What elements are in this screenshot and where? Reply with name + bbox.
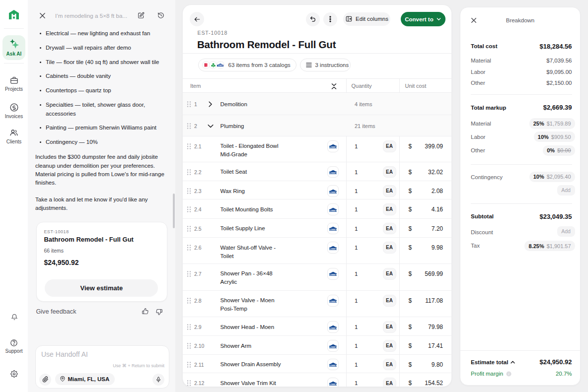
svg-text:LOWE'S: LOWE'S (329, 209, 337, 211)
svg-text:LOWE'S: LOWE'S (329, 228, 337, 231)
svg-text:LOWE'S: LOWE'S (329, 172, 337, 174)
svg-text:LOWE'S: LOWE'S (329, 364, 337, 367)
svg-text:LOWE'S: LOWE'S (329, 345, 337, 348)
svg-text:LOWE'S: LOWE'S (218, 65, 223, 66)
svg-text:LOWE'S: LOWE'S (329, 247, 337, 250)
svg-text:LOWE'S: LOWE'S (329, 273, 337, 276)
svg-text:LOWE'S: LOWE'S (329, 300, 337, 303)
svg-text:LOWE'S: LOWE'S (329, 191, 337, 193)
svg-text:LOWE'S: LOWE'S (329, 327, 337, 329)
svg-text:i: i (509, 372, 510, 376)
svg-text:LOWE'S: LOWE'S (329, 146, 337, 148)
svg-text:LOWE'S: LOWE'S (329, 383, 337, 385)
